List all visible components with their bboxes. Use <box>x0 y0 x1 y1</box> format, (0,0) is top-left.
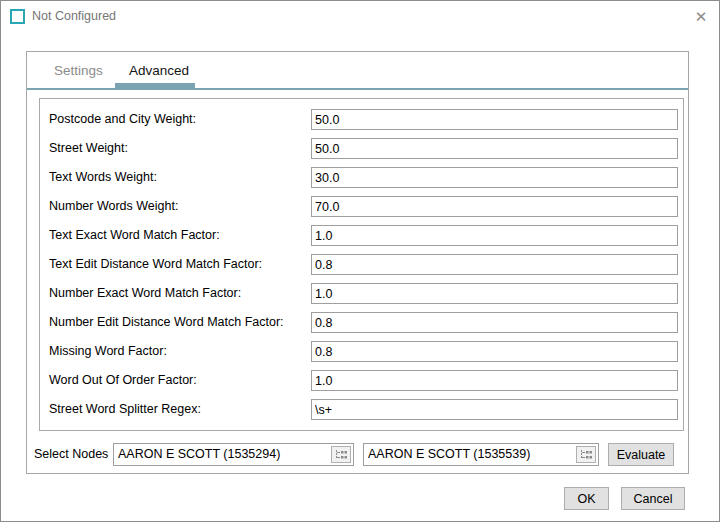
field-label: Street Weight: <box>49 138 128 159</box>
street-weight-input[interactable] <box>311 138 678 159</box>
select-nodes-label: Select Nodes <box>34 443 108 466</box>
field-label: Word Out Of Order Factor: <box>49 370 197 391</box>
text-exact-word-match-factor-input[interactable] <box>311 225 678 246</box>
tree-select-icon <box>580 449 593 461</box>
street-word-splitter-regex-input[interactable] <box>311 399 678 420</box>
tab-panel: Settings Advanced Postcode and City Weig… <box>26 51 689 474</box>
form-row: Street Word Splitter Regex: <box>49 399 678 420</box>
tree-picker-button[interactable] <box>576 446 596 463</box>
node-selector-2[interactable]: AARON E SCOTT (1535539) <box>363 443 599 466</box>
field-label: Text Edit Distance Word Match Factor: <box>49 254 262 275</box>
window-title: Not Configured <box>32 9 116 23</box>
form-row: Number Words Weight: <box>49 196 678 217</box>
title-bar: Not Configured ✕ <box>1 1 719 31</box>
ok-button[interactable]: OK <box>564 487 609 510</box>
form-row: Postcode and City Weight: <box>49 109 678 130</box>
form-row: Text Words Weight: <box>49 167 678 188</box>
form-row: Text Exact Word Match Factor: <box>49 225 678 246</box>
not-configured-dialog: Not Configured ✕ Settings Advanced Postc… <box>0 0 720 522</box>
form-row: Missing Word Factor: <box>49 341 678 362</box>
number-exact-word-match-factor-input[interactable] <box>311 283 678 304</box>
advanced-settings-groupbox: Postcode and City Weight: Street Weight:… <box>39 98 684 431</box>
node-selector-2-value: AARON E SCOTT (1535539) <box>368 444 572 465</box>
field-label: Text Exact Word Match Factor: <box>49 225 220 246</box>
field-label: Number Words Weight: <box>49 196 178 217</box>
form-row: Word Out Of Order Factor: <box>49 370 678 391</box>
form-row: Text Edit Distance Word Match Factor: <box>49 254 678 275</box>
tree-select-icon <box>335 449 348 461</box>
form-row: Number Exact Word Match Factor: <box>49 283 678 304</box>
close-icon[interactable]: ✕ <box>692 8 710 26</box>
tab-strip-separator <box>27 88 688 90</box>
number-words-weight-input[interactable] <box>311 196 678 217</box>
tree-picker-button[interactable] <box>331 446 351 463</box>
tab-settings[interactable]: Settings <box>54 63 103 78</box>
text-words-weight-input[interactable] <box>311 167 678 188</box>
cancel-button[interactable]: Cancel <box>621 487 685 510</box>
postcode-city-weight-input[interactable] <box>311 109 678 130</box>
node-selector-1-value: AARON E SCOTT (1535294) <box>118 444 327 465</box>
field-label: Text Words Weight: <box>49 167 157 188</box>
missing-word-factor-input[interactable] <box>311 341 678 362</box>
field-label: Postcode and City Weight: <box>49 109 196 130</box>
evaluate-button[interactable]: Evaluate <box>608 443 674 466</box>
node-selector-1[interactable]: AARON E SCOTT (1535294) <box>113 443 354 466</box>
tab-advanced[interactable]: Advanced <box>129 63 189 78</box>
field-label: Number Edit Distance Word Match Factor: <box>49 312 284 333</box>
field-label: Street Word Splitter Regex: <box>49 399 201 420</box>
number-edit-distance-word-match-factor-input[interactable] <box>311 312 678 333</box>
form-row: Street Weight: <box>49 138 678 159</box>
form-row: Number Edit Distance Word Match Factor: <box>49 312 678 333</box>
field-label: Number Exact Word Match Factor: <box>49 283 241 304</box>
app-icon <box>10 9 25 24</box>
field-label: Missing Word Factor: <box>49 341 167 362</box>
text-edit-distance-word-match-factor-input[interactable] <box>311 254 678 275</box>
word-out-of-order-factor-input[interactable] <box>311 370 678 391</box>
